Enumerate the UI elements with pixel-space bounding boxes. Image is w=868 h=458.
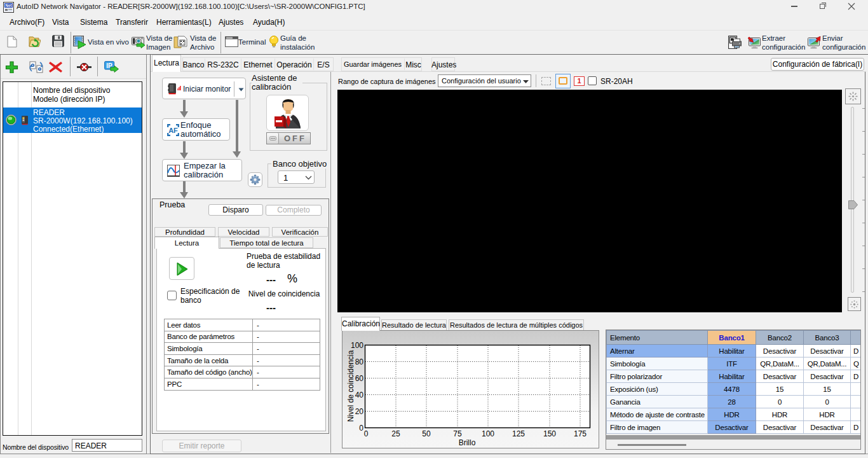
svg-text:Net: Net [5,3,12,8]
svg-text:25: 25 [391,429,400,438]
svg-text:150: 150 [543,429,556,438]
svg-text:40: 40 [355,391,364,399]
svg-text:80: 80 [355,357,364,366]
svg-text:Nivel de coincidencia: Nivel de coincidencia [346,350,355,422]
svg-text:0: 0 [364,429,369,438]
svg-text:AF: AF [168,127,178,134]
svg-text:125: 125 [512,429,525,438]
svg-text:60: 60 [355,374,364,383]
svg-text:50: 50 [422,429,431,438]
svg-text:100: 100 [482,429,494,438]
svg-text:100: 100 [351,341,363,350]
svg-text:0: 0 [359,424,363,433]
svg-text:Brillo: Brillo [459,438,476,447]
svg-text:20: 20 [355,407,364,416]
svg-text:75: 75 [453,429,462,438]
svg-text:175: 175 [574,429,587,438]
